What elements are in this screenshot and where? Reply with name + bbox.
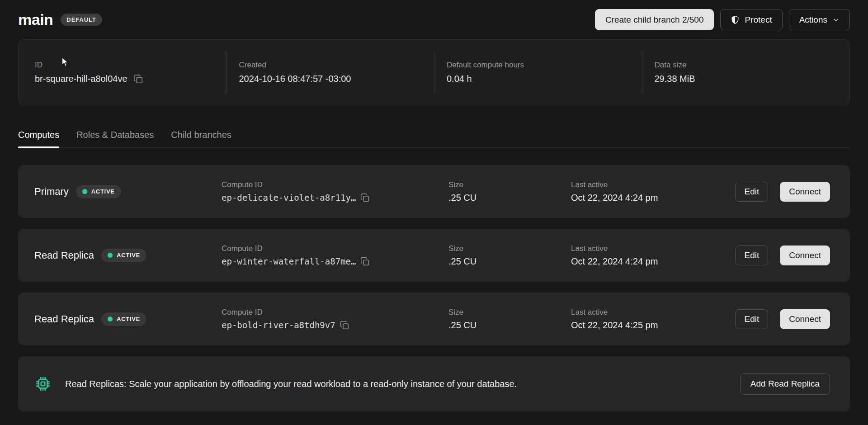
copy-icon[interactable]: [133, 74, 143, 84]
status-label: ACTIVE: [117, 316, 140, 322]
last-active-column: Last active Oct 22, 2024 4:25 pm: [571, 308, 735, 331]
size-label: Size: [448, 180, 571, 189]
actions-button[interactable]: Actions: [789, 9, 850, 30]
header-actions: Create child branch 2/500 Protect Action…: [595, 9, 850, 30]
branch-info-card: ID br-square-hill-a8ol04ve Created 2024-…: [18, 39, 850, 105]
edit-button[interactable]: Edit: [735, 246, 768, 265]
info-field-id: ID br-square-hill-a8ol04ve: [19, 52, 226, 93]
tab-bar: Computes Roles & Databases Child branche…: [18, 130, 850, 148]
compute-name: Primary: [34, 186, 69, 198]
compute-id-label: Compute ID: [222, 244, 448, 253]
read-replica-banner: Read Replicas: Scale your application by…: [18, 356, 850, 411]
compute-id-column: Compute ID ep-bold-river-a8tdh9v7: [222, 308, 448, 330]
compute-row: Primary ACTIVE Compute ID ep-delicate-vi…: [18, 165, 850, 218]
compute-name-group: Read Replica ACTIVE: [34, 312, 222, 326]
size-label: Size: [448, 308, 571, 317]
status-badge: ACTIVE: [101, 249, 146, 262]
connect-button[interactable]: Connect: [780, 246, 830, 265]
size-column: Size .25 CU: [448, 308, 571, 331]
compute-id-value: ep-winter-waterfall-a87me…: [222, 256, 356, 266]
status-badge: ACTIVE: [101, 312, 146, 326]
tab-child-branches[interactable]: Child branches: [171, 130, 231, 147]
add-read-replica-button[interactable]: Add Read Replica: [740, 373, 830, 395]
info-label: Data size: [655, 61, 850, 70]
default-badge: DEFAULT: [61, 14, 102, 26]
copy-icon[interactable]: [360, 257, 370, 266]
last-active-value: Oct 22, 2024 4:24 pm: [571, 256, 735, 267]
last-active-label: Last active: [571, 308, 735, 317]
info-field-compute-hours: Default compute hours 0.04 h: [434, 52, 642, 93]
status-dot-icon: [108, 253, 113, 258]
protect-button[interactable]: Protect: [720, 9, 782, 30]
info-label: Created: [239, 61, 434, 70]
compute-rows: Primary ACTIVE Compute ID ep-delicate-vi…: [18, 165, 850, 345]
connect-button[interactable]: Connect: [780, 309, 830, 329]
compute-id-column: Compute ID ep-winter-waterfall-a87me…: [222, 244, 448, 266]
create-child-branch-button[interactable]: Create child branch 2/500: [595, 9, 714, 30]
size-label: Size: [448, 244, 571, 253]
branch-title-group: main DEFAULT: [18, 11, 102, 28]
shield-icon: [731, 15, 740, 24]
last-active-column: Last active Oct 22, 2024 4:24 pm: [571, 244, 735, 267]
connect-button[interactable]: Connect: [780, 182, 830, 202]
status-dot-icon: [82, 189, 87, 194]
row-actions: Edit Connect: [735, 182, 830, 202]
compute-hours-value: 0.04 h: [447, 74, 642, 84]
size-column: Size .25 CU: [448, 244, 571, 267]
compute-name: Read Replica: [34, 250, 94, 261]
compute-id-column: Compute ID ep-delicate-violet-a8r11y…: [222, 180, 448, 203]
status-label: ACTIVE: [91, 188, 115, 195]
last-active-label: Last active: [571, 244, 735, 253]
chevron-down-icon: [832, 16, 840, 24]
compute-row: Read Replica ACTIVE Compute ID ep-bold-r…: [18, 293, 850, 345]
protect-button-label: Protect: [745, 15, 772, 25]
edit-button[interactable]: Edit: [735, 309, 768, 329]
compute-id-label: Compute ID: [222, 180, 448, 189]
copy-icon[interactable]: [360, 193, 370, 203]
status-badge: ACTIVE: [76, 185, 121, 198]
page-title: main: [18, 11, 53, 28]
info-field-created: Created 2024-10-16 08:47:57 -03:00: [226, 52, 434, 93]
last-active-label: Last active: [571, 180, 735, 189]
read-replica-description: Read Replicas: Scale your application by…: [65, 379, 517, 389]
created-value: 2024-10-16 08:47:57 -03:00: [239, 74, 434, 84]
compute-row: Read Replica ACTIVE Compute ID ep-winter…: [18, 229, 850, 282]
branch-page: main DEFAULT Create child branch 2/500 P…: [0, 0, 868, 411]
compute-name-group: Read Replica ACTIVE: [34, 249, 222, 262]
size-value: .25 CU: [448, 193, 571, 203]
last-active-value: Oct 22, 2024 4:24 pm: [571, 193, 735, 203]
compute-name: Read Replica: [34, 313, 94, 325]
row-actions: Edit Connect: [735, 309, 830, 329]
edit-button[interactable]: Edit: [735, 182, 768, 202]
size-column: Size .25 CU: [448, 180, 571, 203]
size-value: .25 CU: [448, 320, 571, 331]
compute-id-value: ep-bold-river-a8tdh9v7: [222, 320, 335, 330]
row-actions: Edit Connect: [735, 246, 830, 265]
status-label: ACTIVE: [117, 252, 140, 259]
last-active-column: Last active Oct 22, 2024 4:24 pm: [571, 180, 735, 203]
info-label: Default compute hours: [447, 61, 642, 70]
compute-id-value: ep-delicate-violet-a8r11y…: [222, 193, 356, 203]
compute-id-label: Compute ID: [222, 308, 448, 317]
compute-name-group: Primary ACTIVE: [34, 185, 222, 198]
actions-button-label: Actions: [799, 15, 827, 25]
tab-roles-databases[interactable]: Roles & Databases: [76, 130, 154, 147]
chip-icon: [34, 375, 52, 392]
branch-id-value: br-square-hill-a8ol04ve: [35, 74, 127, 84]
info-field-data-size: Data size 29.38 MiB: [642, 52, 850, 93]
info-label: ID: [35, 61, 226, 70]
data-size-value: 29.38 MiB: [655, 74, 850, 84]
status-dot-icon: [108, 316, 113, 321]
page-header: main DEFAULT Create child branch 2/500 P…: [18, 0, 850, 30]
copy-icon[interactable]: [340, 321, 349, 330]
last-active-value: Oct 22, 2024 4:25 pm: [571, 320, 735, 331]
tab-computes[interactable]: Computes: [18, 130, 59, 147]
size-value: .25 CU: [448, 256, 571, 267]
